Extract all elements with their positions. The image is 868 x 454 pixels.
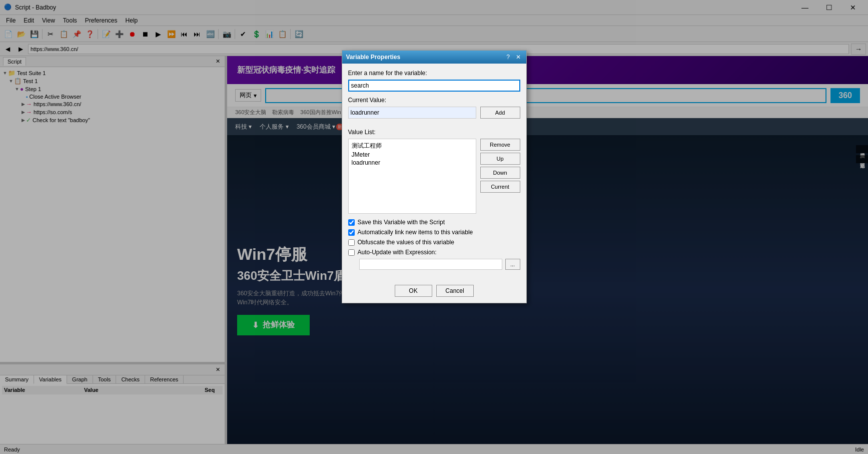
list-side-buttons: Remove Up Down Current	[480, 139, 520, 214]
check4-label: Auto-Update with Expression:	[358, 249, 437, 256]
remove-button[interactable]: Remove	[480, 139, 520, 151]
list-item-2[interactable]: JMeter	[351, 151, 474, 159]
current-value-row: Add	[348, 107, 520, 124]
expr-btn[interactable]: ...	[505, 259, 520, 270]
variable-name-input[interactable]	[348, 80, 520, 92]
expr-row: ...	[348, 259, 520, 270]
down-button[interactable]: Down	[480, 167, 520, 179]
check4-row: Auto-Update with Expression:	[348, 249, 520, 256]
check3-label: Obfuscate the values of this variable	[358, 239, 454, 246]
cancel-button[interactable]: Cancel	[436, 285, 474, 297]
check2-row: Automatically link new items to this var…	[348, 229, 520, 236]
ok-button[interactable]: OK	[395, 285, 432, 297]
modal-footer: OK Cancel	[342, 281, 526, 303]
check4-checkbox[interactable]	[348, 249, 355, 256]
check1-row: Save this Variable with the Script	[348, 219, 520, 226]
label-list: Value List:	[348, 129, 520, 136]
check1-checkbox[interactable]	[348, 219, 355, 226]
add-button[interactable]: Add	[480, 107, 520, 119]
list-row: 测试工程师 JMeter loadrunner Remove Up Down C…	[348, 139, 520, 214]
current-button[interactable]: Current	[480, 181, 520, 193]
list-item-1[interactable]: 测试工程师	[351, 141, 474, 151]
modal-overlay: Variable Properties ? ✕ Enter a name for…	[0, 0, 868, 454]
value-list-box[interactable]: 测试工程师 JMeter loadrunner	[348, 139, 476, 214]
up-button[interactable]: Up	[480, 153, 520, 165]
label-name: Enter a name for the variable:	[348, 70, 520, 77]
expr-input[interactable]	[359, 259, 502, 270]
modal-help-btn[interactable]: ?	[504, 54, 512, 61]
check3-row: Obfuscate the values of this variable	[348, 239, 520, 246]
check2-label: Automatically link new items to this var…	[358, 229, 473, 236]
modal-close-btn[interactable]: ✕	[514, 54, 522, 61]
modal-title-bar: Variable Properties ? ✕	[342, 51, 526, 64]
modal-title-controls: ? ✕	[504, 54, 522, 61]
label-current: Current Value:	[348, 97, 520, 104]
check2-checkbox[interactable]	[348, 229, 355, 236]
list-item-3[interactable]: loadrunner	[351, 159, 474, 167]
variable-properties-modal: Variable Properties ? ✕ Enter a name for…	[342, 50, 527, 303]
modal-body: Enter a name for the variable: Current V…	[342, 64, 526, 281]
check1-label: Save this Variable with the Script	[358, 219, 445, 226]
modal-title: Variable Properties	[346, 54, 504, 61]
check3-checkbox[interactable]	[348, 239, 355, 246]
modal-value-area	[348, 107, 476, 124]
current-value-input[interactable]	[348, 107, 476, 119]
